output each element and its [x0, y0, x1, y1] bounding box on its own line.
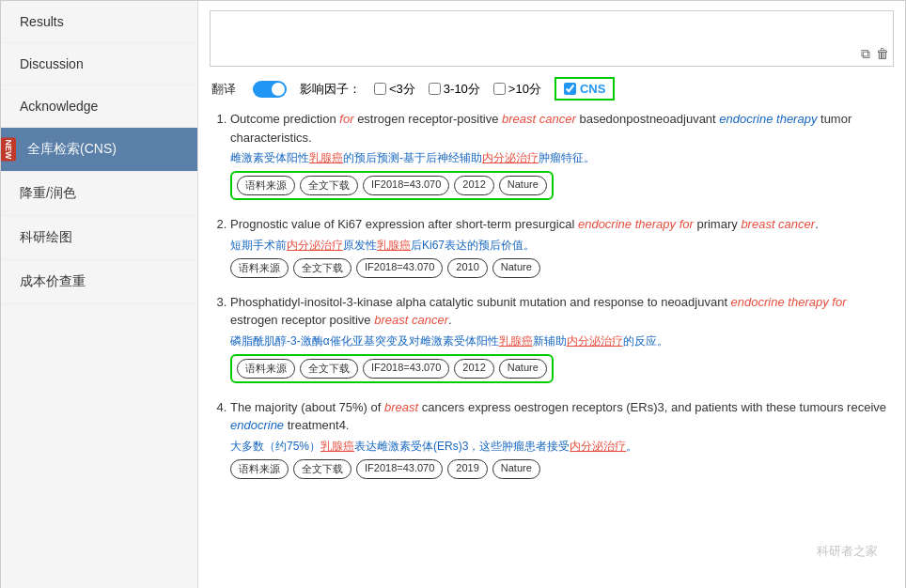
cns-checkbox[interactable] — [564, 83, 576, 95]
tag[interactable]: IF2018=43.070 — [363, 359, 449, 379]
sidebar-item-label: 降重/润色 — [20, 185, 76, 200]
result-title: Prognostic value of Ki67 expression afte… — [230, 215, 892, 234]
result-tags: 语料来源全文下载IF2018=43.0702012Nature — [230, 171, 892, 200]
delete-icon[interactable]: 🗑 — [876, 46, 889, 62]
tags-boxed: 语料来源全文下载IF2018=43.0702012Nature — [230, 354, 554, 383]
filter-lt3[interactable]: <3分 — [374, 81, 415, 98]
sidebar-item-1[interactable]: Discussion — [1, 43, 197, 85]
tag[interactable]: 全文下载 — [300, 359, 358, 379]
tag[interactable]: IF2018=43.070 — [356, 459, 443, 479]
sidebar-item-0[interactable]: Results — [1, 1, 197, 43]
sidebar-item-5[interactable]: 科研绘图 — [1, 216, 197, 260]
tag[interactable]: 全文下载 — [300, 176, 358, 195]
result-title: Phosphatidyl-inositol-3-kinase alpha cat… — [230, 293, 892, 330]
tag[interactable]: 全文下载 — [293, 459, 351, 479]
tag[interactable]: IF2018=43.070 — [356, 258, 443, 278]
result-subtitle[interactable]: 大多数（约75%）乳腺癌表达雌激素受体(ERs)3，这些肿瘤患者接受内分泌治疗。 — [230, 439, 892, 455]
result-item: Outcome prediction for estrogen receptor… — [230, 110, 892, 200]
results-area: Outcome prediction for estrogen receptor… — [198, 106, 905, 588]
sidebar-item-label: Results — [20, 14, 64, 29]
tag[interactable]: Nature — [492, 258, 540, 278]
tag[interactable]: Nature — [492, 459, 540, 479]
sidebar-item-label: Discussion — [20, 56, 84, 71]
copy-icon[interactable]: ⧉ — [861, 46, 870, 62]
filter-gt10-checkbox[interactable] — [493, 83, 506, 95]
result-subtitle[interactable]: 短期手术前内分泌治疗原发性乳腺癌后Ki67表达的预后价值。 — [230, 238, 892, 254]
cns-label: CNS — [580, 82, 605, 96]
tag[interactable]: 语料来源 — [237, 359, 295, 379]
result-subtitle[interactable]: 雌激素受体阳性乳腺癌的预后预测-基于后神经辅助内分泌治疗肿瘤特征。 — [230, 150, 892, 166]
sidebar-item-3[interactable]: NEW全库检索(CNS) — [1, 128, 197, 172]
translate-label: 翻译 — [211, 81, 236, 98]
filter-3to10-checkbox[interactable] — [429, 83, 441, 95]
result-tags: 语料来源全文下载IF2018=43.0702019Nature — [230, 459, 892, 479]
sidebar-item-2[interactable]: Acknowledge — [1, 85, 197, 128]
sidebar: ResultsDiscussionAcknowledgeNEW全库检索(CNS)… — [1, 1, 198, 588]
result-title: Outcome prediction for estrogen receptor… — [230, 110, 892, 147]
sidebar-item-4[interactable]: 降重/润色 — [1, 172, 197, 216]
tag[interactable]: 语料来源 — [230, 459, 289, 479]
result-tags: 语料来源全文下载IF2018=43.0702010Nature — [230, 258, 892, 278]
sidebar-item-label: 全库检索(CNS) — [27, 141, 117, 156]
tag[interactable]: Nature — [499, 176, 547, 195]
sidebar-item-label: 科研绘图 — [20, 229, 72, 244]
tag[interactable]: 2012 — [454, 176, 493, 195]
results-list: Outcome prediction for estrogen receptor… — [211, 110, 892, 479]
tag[interactable]: 语料来源 — [230, 258, 289, 278]
tag[interactable]: 语料来源 — [237, 176, 295, 195]
tag[interactable]: 全文下载 — [293, 258, 351, 278]
cns-filter-box[interactable]: CNS — [555, 77, 615, 101]
filter-3to10[interactable]: 3-10分 — [429, 81, 480, 98]
impact-label: 影响因子： — [300, 81, 361, 98]
tags-boxed: 语料来源全文下载IF2018=43.0702012Nature — [230, 171, 554, 200]
tag[interactable]: 2019 — [447, 459, 487, 479]
filter-bar: 翻译 影响因子： <3分 3-10分 >10分 CNS — [198, 71, 905, 106]
sidebar-item-6[interactable]: 成本价查重 — [1, 260, 197, 304]
tag[interactable]: 2012 — [454, 359, 493, 379]
tag[interactable]: 2010 — [447, 258, 487, 278]
main-content: ⧉ 🗑 翻译 影响因子： <3分 3-10分 >10分 CNS — [198, 1, 905, 588]
query-textarea[interactable]: ⧉ 🗑 — [210, 10, 894, 67]
tag[interactable]: IF2018=43.070 — [363, 176, 449, 195]
result-subtitle[interactable]: 磷脂酰肌醇-3-激酶α催化亚基突变及对雌激素受体阳性乳腺癌新辅助内分泌治疗的反应… — [230, 333, 892, 349]
sidebar-item-label: 成本价查重 — [20, 273, 86, 288]
result-item: Phosphatidyl-inositol-3-kinase alpha cat… — [230, 293, 892, 383]
filter-gt10[interactable]: >10分 — [493, 81, 541, 98]
result-item: Prognostic value of Ki67 expression afte… — [230, 215, 892, 278]
result-title: The majority (about 75%) of breast cance… — [230, 398, 892, 435]
new-badge: NEW — [1, 138, 16, 162]
filter-lt3-checkbox[interactable] — [374, 83, 386, 95]
sidebar-item-label: Acknowledge — [20, 99, 98, 114]
translate-toggle[interactable] — [253, 81, 287, 98]
result-item: The majority (about 75%) of breast cance… — [230, 398, 892, 479]
tag[interactable]: Nature — [499, 359, 547, 379]
result-tags: 语料来源全文下载IF2018=43.0702012Nature — [230, 354, 892, 383]
